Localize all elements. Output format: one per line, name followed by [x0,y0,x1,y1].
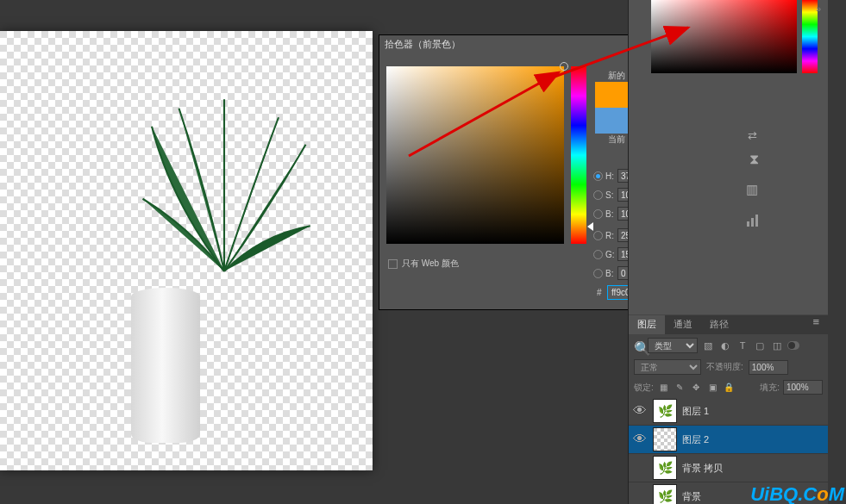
svg-rect-5 [755,215,758,227]
adjustments-panel: ⇄ ⧗ ▥ [629,82,828,314]
web-colors-checkbox[interactable] [388,259,398,269]
tab-layers[interactable]: 图层 [629,315,665,334]
lock-artboard-icon[interactable]: ▣ [706,381,719,394]
chart-icon[interactable] [745,211,762,228]
right-panel: » ⇄ ⧗ ▥ 图层 通道 路径 ≡ 🔍 类型 ▧ ◐ T ▢ ◫ 正常 不透明… [628,0,828,504]
opacity-label: 不透明度: [706,361,743,373]
filter-adjust-icon[interactable]: ◐ [718,339,732,352]
layer-row[interactable]: 👁 图层 2 [629,426,828,454]
layer-filter-kind[interactable]: 类型 [648,338,698,353]
histogram-icon[interactable]: ▥ [743,181,761,198]
lock-brush-icon[interactable]: ✎ [674,381,686,394]
lock-label: 锁定: [634,382,654,394]
filter-shape-icon[interactable]: ▢ [753,339,767,352]
visibility-icon[interactable]: 👁 [632,432,648,447]
layer-thumbnail[interactable]: 🌿 [653,456,677,480]
layer-thumbnail[interactable]: 🌿 [653,484,677,504]
color-panel-field[interactable] [651,0,797,73]
web-colors-label: 只有 Web 颜色 [402,258,459,270]
lock-transparency-icon[interactable]: ▦ [657,381,670,394]
plant-leaves [134,74,315,288]
opacity-input[interactable] [749,360,788,375]
color-field[interactable] [386,66,564,244]
saturation-label: S: [605,190,617,200]
red-label: R: [605,231,617,240]
layer-name[interactable]: 图层 1 [682,405,709,418]
tab-channels[interactable]: 通道 [665,315,701,334]
layer-thumbnail[interactable]: 🌿 [653,399,677,423]
hue-radio[interactable] [593,171,603,181]
brightness-radio[interactable] [593,209,603,219]
search-icon[interactable]: 🔍 [634,340,644,351]
blue-radio[interactable] [593,269,603,278]
layer-row[interactable]: 🌿 背景 拷贝 [629,454,828,482]
hue-slider-pointer[interactable] [587,222,593,231]
svg-rect-4 [751,218,754,227]
filter-image-icon[interactable]: ▧ [701,339,715,352]
document-canvas[interactable] [0,31,373,470]
fill-input[interactable] [783,380,823,395]
green-label: G: [605,250,617,259]
layer-name[interactable]: 背景 [682,490,701,503]
visibility-icon[interactable]: 👁 [632,403,648,419]
hue-slider[interactable] [571,66,586,244]
svg-rect-3 [747,221,749,227]
brightness-label: B: [605,209,617,219]
filter-type-icon[interactable]: T [736,339,749,352]
saturation-radio[interactable] [593,190,603,200]
panel-menu-icon[interactable]: » [816,3,826,14]
visibility-icon[interactable] [632,460,648,476]
hue-label: H: [605,171,617,181]
layer-name[interactable]: 背景 拷贝 [682,462,723,475]
color-panel: » [629,0,828,82]
blend-mode-select[interactable]: 正常 [634,359,701,375]
tab-paths[interactable]: 路径 [701,315,737,334]
lock-position-icon[interactable]: ✥ [690,381,703,394]
red-radio[interactable] [593,231,603,240]
color-picker-title: 拾色器（前景色） [385,38,461,51]
plant-pot [131,288,200,443]
fill-label: 填充: [760,382,780,394]
plant-image [43,74,302,462]
layer-thumbnail[interactable] [653,427,677,451]
layer-row[interactable]: 🌿 背景 [629,482,828,504]
green-radio[interactable] [593,250,603,259]
filter-toggle[interactable] [787,341,799,350]
visibility-icon[interactable] [632,488,648,504]
layer-name[interactable]: 图层 2 [682,433,709,446]
slider-icon[interactable]: ⇄ [743,127,761,144]
layers-list: 👁 🌿 图层 1 👁 图层 2 🌿 背景 拷贝 🌿 背景 [629,397,828,504]
lock-all-icon[interactable]: 🔒 [723,381,736,394]
web-colors-checkbox-row: 只有 Web 颜色 [388,258,459,270]
blue-label: B: [605,269,617,278]
layers-panel: 图层 通道 路径 ≡ 🔍 类型 ▧ ◐ T ▢ ◫ 正常 不透明度: 锁定: ▦… [629,315,828,504]
color-field-handle[interactable] [560,62,568,71]
panel-menu-icon[interactable]: ≡ [812,315,828,334]
hourglass-icon[interactable]: ⧗ [745,151,762,168]
layer-row[interactable]: 👁 🌿 图层 1 [629,397,828,426]
hex-label: # [597,288,602,297]
filter-smart-icon[interactable]: ◫ [770,339,784,352]
